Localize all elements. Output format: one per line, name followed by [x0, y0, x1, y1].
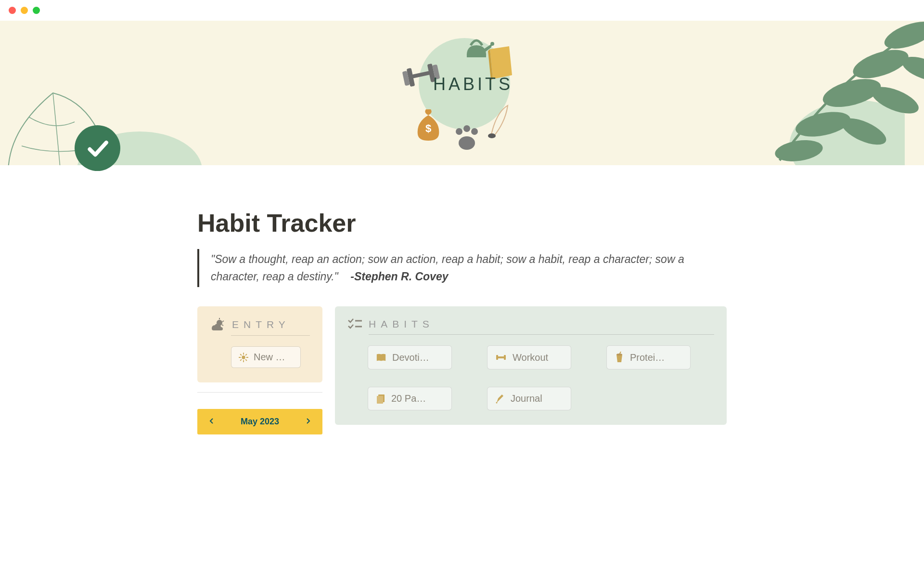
divider: [231, 335, 310, 336]
habit-chip-workout[interactable]: Workout: [487, 345, 571, 369]
habit-label: Protei…: [630, 352, 665, 363]
dumbbell-icon: [495, 353, 507, 362]
habits-card: HABITS Devoti… Workout: [335, 306, 727, 425]
habit-label: 20 Pa…: [391, 393, 426, 404]
habits-heading: HABITS: [369, 318, 434, 330]
svg-line-32: [246, 359, 247, 360]
svg-rect-43: [377, 396, 383, 404]
svg-rect-39: [504, 355, 506, 360]
weather-icon: [210, 318, 225, 331]
habit-label: Workout: [513, 352, 548, 363]
svg-text:$: $: [425, 122, 431, 134]
svg-point-19: [471, 128, 478, 135]
habit-chip-journal[interactable]: Journal: [487, 387, 571, 410]
habit-label: Journal: [511, 393, 542, 404]
page-icon-checkmark[interactable]: [75, 125, 120, 171]
next-month-button[interactable]: [303, 415, 314, 429]
svg-point-18: [463, 125, 470, 132]
window-close-button[interactable]: [9, 7, 16, 14]
svg-rect-37: [498, 356, 504, 358]
window-minimize-button[interactable]: [21, 7, 28, 14]
window-maximize-button[interactable]: [33, 7, 40, 14]
svg-point-20: [459, 136, 475, 150]
new-entry-button[interactable]: New …: [231, 346, 301, 368]
month-label[interactable]: May 2023: [241, 417, 279, 427]
pages-icon: [376, 394, 385, 404]
paw-icon: [452, 125, 481, 151]
quote-block[interactable]: "Sow a thought, reap an action; sow an a…: [197, 249, 727, 287]
cover-image: $ HABITS: [0, 21, 924, 165]
svg-point-17: [456, 128, 462, 135]
svg-line-25: [222, 325, 223, 326]
new-entry-label: New …: [254, 352, 285, 363]
svg-line-24: [222, 321, 224, 322]
page-title[interactable]: Habit Tracker: [197, 209, 727, 237]
sun-icon: [238, 352, 249, 363]
branch-icon: [741, 21, 924, 165]
svg-line-33: [241, 359, 242, 360]
drink-icon: [615, 352, 624, 363]
habit-label: Devoti…: [392, 352, 429, 363]
divider: [197, 392, 322, 393]
cover-badge-text: HABITS: [433, 74, 513, 94]
pen-icon: [495, 394, 505, 404]
svg-point-41: [616, 354, 622, 355]
svg-point-26: [242, 355, 245, 359]
habit-chip-devotion[interactable]: Devoti…: [368, 345, 452, 369]
chevron-left-icon: [209, 418, 214, 424]
book-open-icon: [376, 353, 386, 362]
habit-chip-pages[interactable]: 20 Pa…: [368, 387, 452, 410]
svg-line-34: [246, 354, 247, 355]
svg-rect-38: [496, 355, 498, 360]
money-bag-icon: $: [414, 108, 443, 142]
window-controls: [0, 0, 924, 21]
chevron-right-icon: [306, 418, 311, 424]
prev-month-button[interactable]: [206, 415, 217, 429]
checkmark-icon: [84, 135, 111, 161]
svg-point-44: [496, 402, 498, 403]
month-navigator: May 2023: [197, 409, 322, 434]
svg-point-21: [488, 133, 496, 138]
entry-card: ENTRY New …: [197, 306, 322, 382]
entry-heading: ENTRY: [232, 319, 290, 330]
habits-badge: $ HABITS: [395, 21, 529, 154]
divider: [369, 334, 714, 335]
svg-line-31: [241, 354, 242, 355]
quote-author: -Stephen R. Covey: [350, 270, 448, 283]
feather-icon: [486, 103, 513, 139]
habit-chip-protein[interactable]: Protei…: [606, 345, 691, 369]
checklist-icon: [347, 318, 362, 330]
